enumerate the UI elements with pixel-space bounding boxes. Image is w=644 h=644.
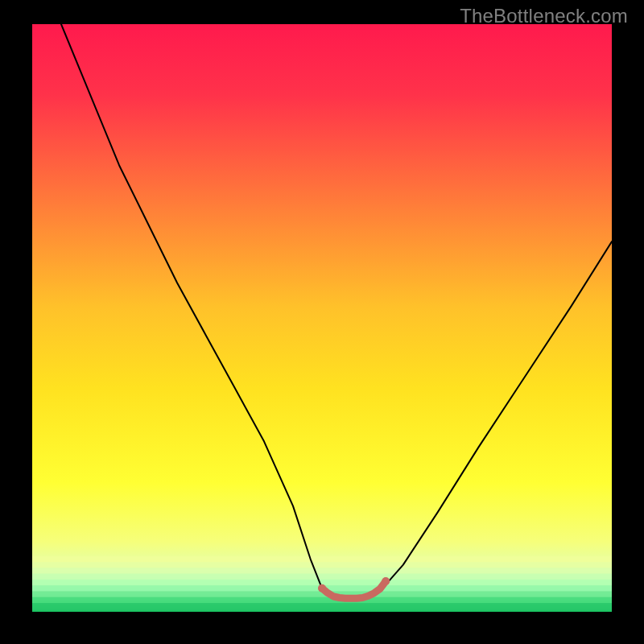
svg-rect-0 — [32, 24, 612, 612]
curve-endpoint-marker — [382, 577, 390, 585]
plot-area — [32, 24, 612, 612]
bottleneck-chart — [32, 24, 612, 612]
curve-endpoint-marker — [318, 584, 326, 592]
chart-frame: TheBottleneck.com — [0, 0, 644, 644]
svg-rect-9 — [32, 603, 612, 610]
